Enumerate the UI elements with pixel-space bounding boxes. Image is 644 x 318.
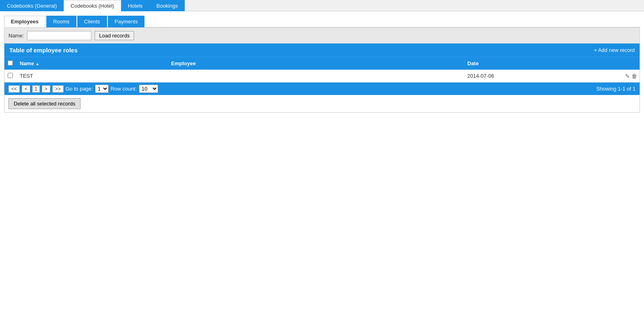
row-checkbox-cell <box>4 73 17 79</box>
top-nav-codebooks-hotel[interactable]: Codebooks (Hotel) <box>64 0 121 11</box>
row-count-label: Row count: <box>111 86 137 92</box>
col-header-date[interactable]: Date <box>464 59 615 68</box>
column-headers: Name ▲ Employee Date <box>4 57 640 70</box>
top-nav-bookings[interactable]: Bookings <box>150 0 185 11</box>
row-checkbox[interactable] <box>8 73 13 78</box>
tab-clients[interactable]: Clients <box>77 16 107 27</box>
add-new-record-button[interactable]: + Add new record <box>594 47 635 53</box>
name-label: Name: <box>8 33 24 39</box>
last-page-button[interactable]: >> <box>52 85 64 93</box>
search-bar: Name: Load records <box>4 28 640 43</box>
select-all-checkbox[interactable] <box>8 60 13 66</box>
top-nav-hotels[interactable]: Hotels <box>121 0 150 11</box>
col-header-name[interactable]: Name ▲ <box>17 59 168 68</box>
col-header-employee[interactable]: Employee <box>168 59 464 68</box>
row-employee <box>168 74 464 78</box>
go-to-page-label: Go to page: <box>66 86 93 92</box>
top-nav: Codebooks (General) Codebooks (Hotel) Ho… <box>0 0 644 11</box>
name-input[interactable] <box>27 31 91 40</box>
next-page-button[interactable]: > <box>42 85 50 93</box>
sort-arrow-icon: ▲ <box>35 62 39 66</box>
tab-rooms[interactable]: Rooms <box>46 16 76 27</box>
table-row: TEST 2014-07-06 ✎ 🗑 <box>4 70 640 83</box>
tab-employees[interactable]: Employees <box>4 16 45 27</box>
current-page: 1 <box>32 85 40 93</box>
table-header-bar: Table of employee roles + Add new record <box>4 43 640 57</box>
go-to-page-select[interactable]: 1 <box>95 85 109 93</box>
row-count-select[interactable]: 10 25 50 100 <box>139 85 158 93</box>
pagination-bar: << < 1 > >> Go to page: 1 Row count: 10 … <box>4 83 640 95</box>
row-name: TEST <box>17 71 168 81</box>
edit-icon[interactable]: ✎ <box>625 73 630 79</box>
first-page-button[interactable]: << <box>8 85 20 93</box>
prev-page-button[interactable]: < <box>22 85 30 93</box>
table-title: Table of employee roles <box>9 47 78 54</box>
showing-text: Showing 1-1 of 1 <box>596 86 636 92</box>
row-date: 2014-07-06 <box>464 71 615 81</box>
tab-payments[interactable]: Payments <box>108 16 145 27</box>
delete-icon[interactable]: 🗑 <box>632 73 637 79</box>
select-all-checkbox-cell <box>4 60 17 67</box>
delete-all-button[interactable]: Delete all selected records <box>8 98 80 109</box>
top-nav-codebooks-general[interactable]: Codebooks (General) <box>0 0 64 11</box>
row-actions: ✎ 🗑 <box>615 73 640 79</box>
sub-tabs: Employees Rooms Clients Payments <box>4 15 640 27</box>
main-panel: Name: Load records Table of employee rol… <box>4 27 640 113</box>
main-content: Employees Rooms Clients Payments Name: L… <box>0 11 644 117</box>
load-records-button[interactable]: Load records <box>95 31 134 40</box>
